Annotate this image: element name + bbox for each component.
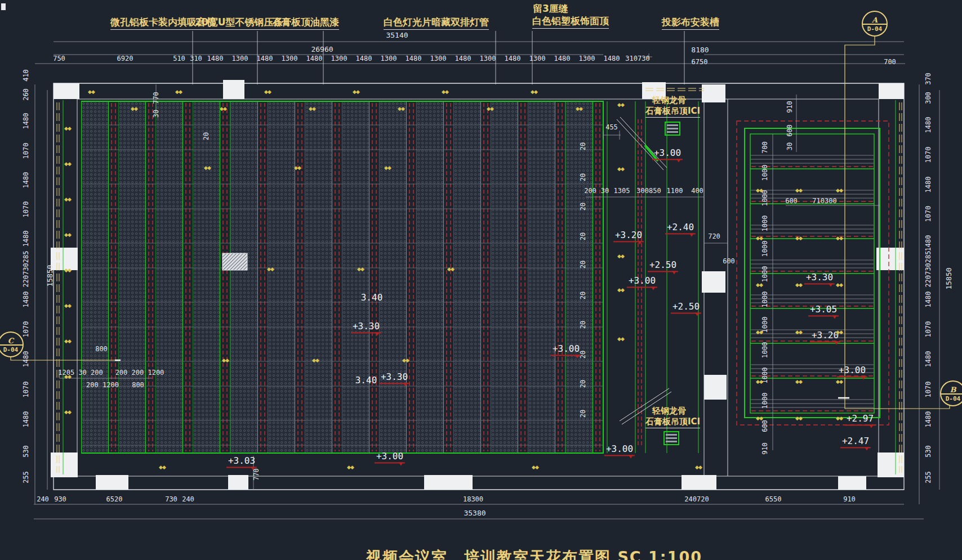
detail-callout-c: C D-04 (0, 331, 24, 357)
lamp-icon: ◆◆ (159, 465, 166, 470)
dim-label: 6520 (106, 496, 123, 503)
dim-label: 1070 (23, 321, 29, 338)
dim-label: 720 (708, 233, 720, 240)
lamp-icon: ◆◆ (64, 303, 71, 308)
dim-label: 30 (153, 110, 159, 118)
dim-label: 1070 (925, 321, 932, 338)
dim-label: 930 (54, 496, 66, 503)
dim-label: 1000 (761, 165, 768, 181)
dim-label: 1300 (331, 55, 348, 62)
dim-total-mid-left: 26960 (311, 46, 333, 53)
dim-label: 1480 (554, 55, 571, 62)
dim-label: 1000 (761, 241, 768, 257)
lamp-icon: ◆◆ (836, 379, 843, 384)
dim-label: 6920 (117, 55, 133, 62)
dim-label: 1300 (232, 55, 248, 62)
dim-label: 6750 (692, 59, 708, 65)
detail-callout-a: A D-04 (862, 11, 888, 37)
dim-label: 1480 (455, 55, 471, 62)
lamp-icon: ◆◆ (756, 236, 763, 241)
dim-label: 20 (580, 203, 586, 210)
dim-label: 220730285 (925, 250, 932, 287)
dim-label: 370 (925, 73, 932, 85)
dim-label: 730 (165, 496, 177, 503)
lamp-icon: ◆◆ (836, 188, 843, 193)
dim-label: 1480 (925, 117, 932, 133)
lamp-icon: ◆◆ (357, 267, 364, 272)
dim-label: 700 (884, 59, 896, 65)
dim-label: 1070 (23, 382, 29, 398)
dim-label: 1300 (282, 55, 298, 62)
dim-label: 200 (584, 187, 596, 194)
lamp-icon: ◆◆ (309, 106, 315, 111)
dim-label: 30 (786, 142, 793, 150)
dim-total-mid-right: 8180 (691, 46, 709, 53)
callout-sheet: D-04 (0, 346, 23, 354)
lamp-icon: ◆◆ (64, 268, 71, 273)
lamp-icon: ◆◆ (795, 283, 802, 288)
lamp-icon: ◆◆ (353, 89, 359, 95)
lamp-icon: ◆◆ (617, 337, 624, 342)
lamp-icon: ◆◆ (442, 89, 448, 95)
lamp-icon: ◆◆ (204, 165, 211, 171)
elevation-label: 3.40 (355, 375, 377, 386)
lamp-icon: ◆◆ (64, 162, 71, 167)
lamp-icon: ◆◆ (795, 188, 802, 193)
dim-label: 1480 (257, 55, 273, 62)
elevation-label: +2.50 (648, 260, 678, 272)
dim-label: 700 (761, 141, 768, 154)
annotation-gypsum-black-paint: 石膏板顶油黑漆 (272, 17, 339, 30)
dim-label: 510 (173, 55, 185, 62)
dim-label: 310730 (625, 55, 649, 62)
annotation-steel-keel-top-1: 轻钢龙骨 (652, 96, 686, 105)
lamp-icon: ◆◆ (64, 410, 71, 415)
dim-label: 20 (580, 380, 586, 388)
dim-label: 220730285 (23, 250, 29, 287)
dim-label: 1480 (23, 172, 29, 189)
lamp-icon: ◆◆ (447, 267, 454, 272)
elevation-label: +3.00 (604, 444, 635, 456)
dim-label: 1070 (23, 143, 29, 159)
dim-label: 410 (23, 69, 29, 82)
elevation-label: +3.00 (375, 451, 405, 463)
dim-label: 1480 (23, 113, 29, 129)
dim-label: 200 1200 (86, 382, 119, 388)
elevation-label: +3.00 (627, 276, 657, 288)
lamp-icon: ◆◆ (312, 358, 319, 363)
elevation-label: +3.00 (551, 344, 581, 356)
cad-drawing-canvas[interactable]: 微孔铝板卡装内填吸音棉 20宽U型不锈钢压条 石膏板顶油黑漆 白色灯光片暗藏双排… (0, 0, 962, 560)
elevation-label: +2.50 (671, 302, 701, 313)
dim-label: 240 (37, 496, 49, 503)
dim-label: 20 (580, 232, 586, 240)
dim-label: 1305 (614, 187, 630, 194)
lamp-icon: ◆◆ (795, 330, 802, 335)
dim-label: 240720 (684, 496, 709, 503)
annotation-steel-keel-top-2: 石膏板吊顶ICI (645, 106, 700, 118)
dim-label: 300 (925, 92, 932, 104)
annotation-steel-keel-bottom-1: 轻钢龙骨 (652, 406, 686, 416)
annotation-aluminum-panel: 白色铝塑板饰面顶 (532, 16, 609, 29)
dim-label: 1100 (667, 187, 683, 194)
dim-total-right: 15850 (945, 267, 952, 289)
annotation-light-strip: 白色灯光片暗藏双排灯管 (384, 17, 489, 30)
elevation-label: +3.00 (837, 365, 867, 377)
dim-label: 200 200 1200 (115, 369, 164, 376)
dim-label: 1480 (925, 351, 932, 368)
lamp-icon: ◆◆ (220, 106, 226, 111)
dim-label: 1480 (925, 177, 932, 193)
lamp-icon: ◆◆ (531, 89, 537, 95)
dim-label: 1300 (579, 55, 595, 62)
dim-label: 1000 (761, 266, 768, 283)
dim-label: 1480 (505, 55, 521, 62)
callout-letter: A (863, 12, 887, 25)
lamp-icon: ◆◆ (795, 416, 802, 421)
lamp-icon: ◆◆ (756, 283, 763, 288)
lamp-icon: ◆◆ (836, 283, 843, 288)
dim-label: 1070 (925, 206, 932, 222)
elevation-label: +2.40 (665, 222, 696, 234)
dim-label: 20 (580, 292, 586, 299)
lamp-icon: ◆◆ (617, 288, 624, 293)
dim-label: 1480 (23, 411, 29, 428)
dim-label: 20 (580, 173, 586, 181)
dim-label: 1480 (306, 55, 323, 62)
